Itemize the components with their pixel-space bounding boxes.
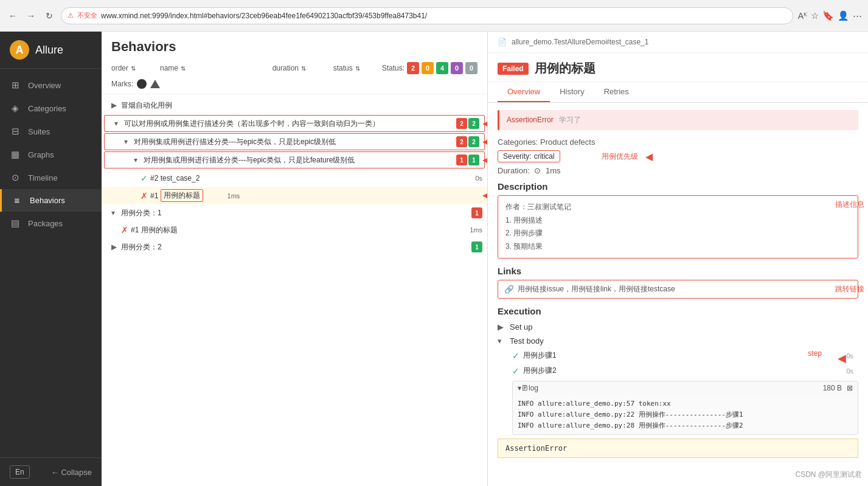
sidebar-item-behaviors[interactable]: ≡ Behaviors xyxy=(0,189,102,212)
description-line-4: 3. 预期结果 xyxy=(505,240,850,254)
description-section: Description 作者：三叔测试笔记 1. 用例描述 2. 用例步骤 3.… xyxy=(498,181,858,259)
description-line-1: 作者：三叔测试笔记 xyxy=(505,201,850,214)
url-text: www.xmind.net:9999/index.html#behaviors/… xyxy=(101,12,427,20)
name-sort-icon[interactable]: ⇅ xyxy=(181,65,186,72)
back-button[interactable]: ← xyxy=(6,9,19,23)
description-line-3: 2. 用例步骤 xyxy=(505,227,850,240)
epic-fail-count: 2 xyxy=(456,118,467,129)
detail-title-row: Failed 用例的标题 xyxy=(488,53,868,82)
behaviors-panel: Behaviors order ⇅ name ⇅ duration ⇅ xyxy=(102,32,488,486)
tree-row-feature[interactable]: ▾ 对用例集或用例进行描述分类---与epic类似，只是比epic级别低 2 2 xyxy=(104,133,485,150)
categories-row: Categories: Product defects xyxy=(498,137,858,147)
status-counts-area: Status: 2 0 4 0 0 xyxy=(382,62,477,74)
row-label: 对用例集或用例进行描述分类---与epic类似，只是比epic级别低 xyxy=(134,137,456,147)
log-line-1: INFO allure:allure_demo.py:57 token:xx xyxy=(518,398,853,409)
step-duration-2: 0s xyxy=(846,367,853,375)
tree-row-epic[interactable]: ▾ 可以对用例或用例集进行描述分类（若出现多个时，内容一致则自动归为一类） 2 … xyxy=(104,115,485,132)
tree-row-category-2[interactable]: ▶ 用例分类：2 1 xyxy=(102,238,487,255)
col-status: status ⇅ xyxy=(333,64,382,72)
account-icon[interactable]: 👤 xyxy=(838,10,849,21)
suites-icon: ⊟ xyxy=(10,126,21,137)
toggle-icon: ▶ xyxy=(111,101,121,109)
duration-icon: ⊙ xyxy=(534,166,541,175)
bookmark-icon[interactable]: 🔖 xyxy=(822,10,834,21)
execution-section: Execution ▶ Set up ▾ Test body ✓ 用例步骤1 xyxy=(498,306,858,458)
error-block: AssertionError 学习了 xyxy=(498,110,858,130)
step-row-2[interactable]: ✓ 用例步骤2 0s xyxy=(498,363,858,378)
row-duration: 1ms xyxy=(446,226,482,234)
behaviors-header: Behaviors order ⇅ name ⇅ duration ⇅ xyxy=(102,32,487,94)
app-layout: A Allure ⊞ Overview ◈ Categories ⊟ Suite… xyxy=(0,32,868,486)
more-icon[interactable]: ⋯ xyxy=(853,10,862,21)
mark-circle-icon xyxy=(137,79,147,89)
severity-annotation: 用例优先级 xyxy=(602,151,638,162)
category2-count: 1 xyxy=(471,241,482,252)
duration-sort-icon[interactable]: ⇅ xyxy=(301,65,306,72)
execution-title: Execution xyxy=(498,306,858,316)
duration-value: 1ms xyxy=(546,166,561,175)
row-duration: 0s xyxy=(446,175,482,182)
log-label: log xyxy=(529,384,538,392)
tab-retries[interactable]: Retries xyxy=(594,82,639,102)
severity-row: Severity: critical 用例优先级 ◀ xyxy=(498,150,858,162)
file-icon: 📄 xyxy=(498,38,507,46)
col-order: order ⇅ xyxy=(111,64,160,72)
description-title: Description xyxy=(498,181,858,192)
setup-toggle: ▶ xyxy=(498,322,507,332)
reader-icon[interactable]: Aᴷ xyxy=(798,11,807,21)
tab-history[interactable]: History xyxy=(550,82,594,102)
description-line-2: 1. 用例描述 xyxy=(505,214,850,227)
severity-value: critical xyxy=(534,152,555,161)
story-counts: 1 1 xyxy=(456,154,479,165)
status-sort-icon[interactable]: ⇅ xyxy=(355,65,360,72)
severity-arrow: ◀ xyxy=(645,151,653,162)
toggle-icon: ▾ xyxy=(124,137,134,146)
broken-count: 0 xyxy=(422,62,434,74)
tree-row-category-1[interactable]: ▾ 用例分类：1 1 xyxy=(102,204,487,221)
collapse-button[interactable]: ← Collapse xyxy=(51,468,92,477)
marks-row: Marks: xyxy=(111,79,477,89)
file-path: allure_demo.TestAllureDemo#test_case_1 xyxy=(512,38,648,46)
sidebar-item-overview[interactable]: ⊞ Overview xyxy=(0,74,102,97)
sidebar-footer: En ← Collapse xyxy=(0,457,102,486)
sidebar-item-categories[interactable]: ◈ Categories xyxy=(0,97,102,120)
reload-button[interactable]: ↻ xyxy=(43,9,56,23)
language-button[interactable]: En xyxy=(10,465,30,479)
tree-row-test-case-1[interactable]: ✗ #1 用例的标题 1ms title ◀ xyxy=(102,187,487,204)
tree-row-story[interactable]: ▾ 对用例集或用例进行描述分类---与epic类似，只是比feature级别低 … xyxy=(104,151,485,168)
epic-arrow: ◀ xyxy=(482,117,487,129)
setup-label: Set up xyxy=(510,322,858,332)
row-label: 用例分类：1 xyxy=(121,208,467,218)
link-icon: 🔗 xyxy=(504,285,514,294)
address-bar[interactable]: ⚠ 不安全 www.xmind.net:9999/index.html#beha… xyxy=(61,7,793,24)
links-content: 用例链接issue，用例链接link，用例链接testcase xyxy=(518,284,675,294)
name-label: name xyxy=(160,64,178,72)
sidebar-item-label: Categories xyxy=(28,104,66,113)
severity-label: Severity: xyxy=(503,152,532,161)
sidebar-item-timeline[interactable]: ⊙ Timeline xyxy=(0,166,102,189)
fail-icon: ✗ xyxy=(141,191,148,201)
tab-overview[interactable]: Overview xyxy=(498,82,550,102)
sidebar-item-graphs[interactable]: ▦ Graphs xyxy=(0,143,102,166)
expand-icon[interactable]: ⊠ xyxy=(847,384,853,392)
tree-row-smoke[interactable]: ▶ 冒烟自动化用例 xyxy=(102,97,487,114)
setup-row[interactable]: ▶ Set up xyxy=(498,320,858,334)
sidebar-item-label: Graphs xyxy=(28,150,54,159)
row-label: #2 test_case_2 xyxy=(150,174,446,182)
sidebar-item-suites[interactable]: ⊟ Suites xyxy=(0,120,102,143)
sidebar: A Allure ⊞ Overview ◈ Categories ⊟ Suite… xyxy=(0,32,102,486)
log-size: 180 B xyxy=(823,384,842,392)
tree-row-test-case-2[interactable]: ✓ #2 test_case_2 0s xyxy=(102,170,487,187)
pass-icon: ✓ xyxy=(141,173,148,183)
title-arrow: ◀ xyxy=(482,189,487,201)
order-sort-icon[interactable]: ⇅ xyxy=(131,65,136,72)
forward-button[interactable]: → xyxy=(24,9,38,23)
feature-counts: 2 2 xyxy=(456,136,479,147)
description-box: 作者：三叔测试笔记 1. 用例描述 2. 用例步骤 3. 预期结果 xyxy=(498,195,858,259)
step-row-1[interactable]: ✓ 用例步骤1 0s xyxy=(498,348,858,363)
sidebar-item-packages[interactable]: ▤ Packages xyxy=(0,212,102,235)
log-content: INFO allure:allure_demo.py:57 token:xx I… xyxy=(513,395,858,434)
star-icon[interactable]: ☆ xyxy=(811,10,819,21)
test-body-row[interactable]: ▾ Test body xyxy=(498,334,858,348)
tree-row-category1-case[interactable]: ✗ #1 用例的标题 1ms xyxy=(102,221,487,238)
